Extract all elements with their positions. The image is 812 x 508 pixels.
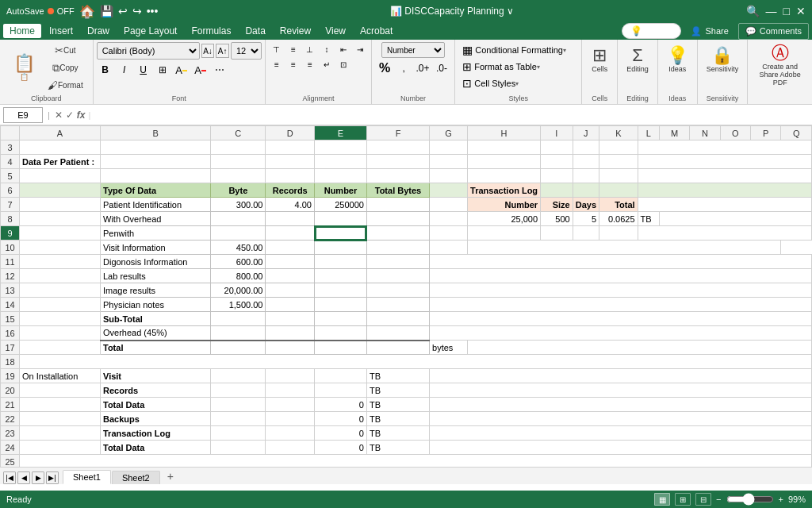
cell-j9[interactable] <box>573 226 599 241</box>
cell-d7[interactable]: 4.00 <box>266 198 315 212</box>
cell-d8[interactable] <box>266 212 315 226</box>
merge-center-button[interactable]: ⊡ <box>335 57 351 71</box>
page-break-view-button[interactable]: ⊟ <box>695 493 711 506</box>
cell-e23[interactable]: 0 <box>315 426 367 441</box>
cell-l8[interactable]: TB <box>638 212 659 226</box>
cell-e15[interactable] <box>315 312 367 326</box>
cell-d4[interactable] <box>266 155 315 169</box>
cell-b10[interactable]: Visit Information <box>101 241 211 255</box>
cell-a17[interactable] <box>20 341 101 355</box>
col-header-q[interactable]: Q <box>781 126 812 140</box>
undo-icon[interactable]: ↩ <box>118 5 128 17</box>
format-as-table-button[interactable]: ⊞ Format as Table ▾ <box>458 59 578 75</box>
cell-j3[interactable] <box>573 140 599 155</box>
cell-g9[interactable] <box>430 226 468 241</box>
cell-f21[interactable]: TB <box>366 398 429 412</box>
cell-l6[interactable] <box>638 183 811 198</box>
close-icon[interactable]: ✕ <box>796 5 806 17</box>
cell-e22[interactable]: 0 <box>315 412 367 426</box>
indent-decrease-button[interactable]: ⇤ <box>335 42 351 56</box>
cell-l3[interactable] <box>638 140 811 155</box>
cell-c12[interactable]: 800.00 <box>211 269 266 283</box>
comma-button[interactable]: , <box>395 60 412 77</box>
col-header-b[interactable]: B <box>101 126 211 140</box>
cell-i7[interactable]: Size <box>541 198 573 212</box>
cell-reference-box[interactable] <box>3 107 43 123</box>
cell-a23[interactable] <box>20 426 101 441</box>
decrease-decimal-button[interactable]: .0- <box>433 60 450 77</box>
cell-g10[interactable] <box>430 241 468 255</box>
cell-a16[interactable] <box>20 326 101 341</box>
zoom-plus-icon[interactable]: + <box>779 495 783 504</box>
cell-h5[interactable] <box>468 169 541 183</box>
cell-a25[interactable] <box>20 455 812 468</box>
cell-a12[interactable] <box>20 269 101 283</box>
cell-l7[interactable] <box>638 198 811 212</box>
cell-g5[interactable] <box>430 169 468 183</box>
cell-b22[interactable]: Backups <box>101 412 211 426</box>
cell-k4[interactable] <box>599 155 638 169</box>
cell-g22[interactable] <box>430 412 812 426</box>
cell-g12[interactable] <box>430 269 812 283</box>
font-color-button[interactable]: A▬ <box>192 61 209 79</box>
cell-c19[interactable] <box>211 369 266 383</box>
col-header-g[interactable]: G <box>430 126 468 140</box>
cell-a13[interactable] <box>20 283 101 298</box>
cell-c8[interactable] <box>211 212 266 226</box>
cancel-formula-icon[interactable]: ✕ <box>55 110 63 121</box>
cell-f14[interactable] <box>366 298 429 312</box>
decrease-font-size-button[interactable]: A↓ <box>201 44 215 58</box>
sheet-tab-sheet2[interactable]: Sheet2 <box>112 471 160 484</box>
cell-g4[interactable] <box>430 155 468 169</box>
cell-f15[interactable] <box>366 312 429 326</box>
cell-h10[interactable] <box>468 241 781 255</box>
bold-button[interactable]: B <box>97 61 114 79</box>
cell-c21[interactable] <box>211 398 266 412</box>
cell-b7[interactable]: Patient Identification <box>101 198 211 212</box>
cell-f24[interactable]: TB <box>366 441 429 455</box>
zoom-minus-icon[interactable]: − <box>716 495 721 504</box>
cell-d19[interactable] <box>266 369 315 383</box>
cell-f17[interactable] <box>366 341 429 355</box>
cell-a8[interactable] <box>20 212 101 226</box>
add-sheet-button[interactable]: + <box>161 468 180 484</box>
cell-d5[interactable] <box>266 169 315 183</box>
underline-button[interactable]: U <box>135 61 152 79</box>
cell-a20[interactable] <box>20 383 101 398</box>
cell-b6[interactable]: Type Of Data <box>101 183 211 198</box>
cell-d22[interactable] <box>266 412 315 426</box>
menu-item-acrobat[interactable]: Acrobat <box>354 24 399 38</box>
copy-button[interactable]: ⧉ Copy <box>44 60 86 75</box>
cell-g21[interactable] <box>430 398 812 412</box>
cell-b17[interactable]: Total <box>101 341 211 355</box>
cell-g15[interactable] <box>430 312 812 326</box>
cell-d20[interactable] <box>266 383 315 398</box>
search-icon[interactable]: 🔍 <box>746 5 760 17</box>
cell-b14[interactable]: Physician notes <box>101 298 211 312</box>
cell-b19[interactable]: Visit <box>101 369 211 383</box>
cell-a14[interactable] <box>20 298 101 312</box>
cell-m8[interactable] <box>659 212 811 226</box>
sensitivity-button[interactable]: 🔒 Sensitivity <box>703 42 743 77</box>
cell-d16[interactable] <box>266 326 315 341</box>
cell-b11[interactable]: Digonosis Information <box>101 255 211 269</box>
cell-c5[interactable] <box>211 169 266 183</box>
adobe-button[interactable]: Ⓐ Create and Share Adobe PDF <box>753 42 807 89</box>
indent-increase-button[interactable]: ⇥ <box>352 42 368 56</box>
cell-k6[interactable] <box>599 183 638 198</box>
menu-item-draw[interactable]: Draw <box>81 24 116 38</box>
top-align-button[interactable]: ⊤ <box>269 42 285 56</box>
cell-g6[interactable] <box>430 183 468 198</box>
cell-b4[interactable] <box>101 155 211 169</box>
cell-f10[interactable] <box>366 241 429 255</box>
cell-f3[interactable] <box>366 140 429 155</box>
col-header-f[interactable]: F <box>366 126 429 140</box>
col-header-h[interactable]: H <box>468 126 541 140</box>
cell-g24[interactable] <box>430 441 812 455</box>
cell-e4[interactable] <box>315 155 367 169</box>
cell-k8[interactable]: 0.0625 <box>599 212 638 226</box>
col-header-i[interactable]: I <box>541 126 573 140</box>
cell-d3[interactable] <box>266 140 315 155</box>
cell-h4[interactable] <box>468 155 541 169</box>
cell-a10[interactable] <box>20 241 101 255</box>
